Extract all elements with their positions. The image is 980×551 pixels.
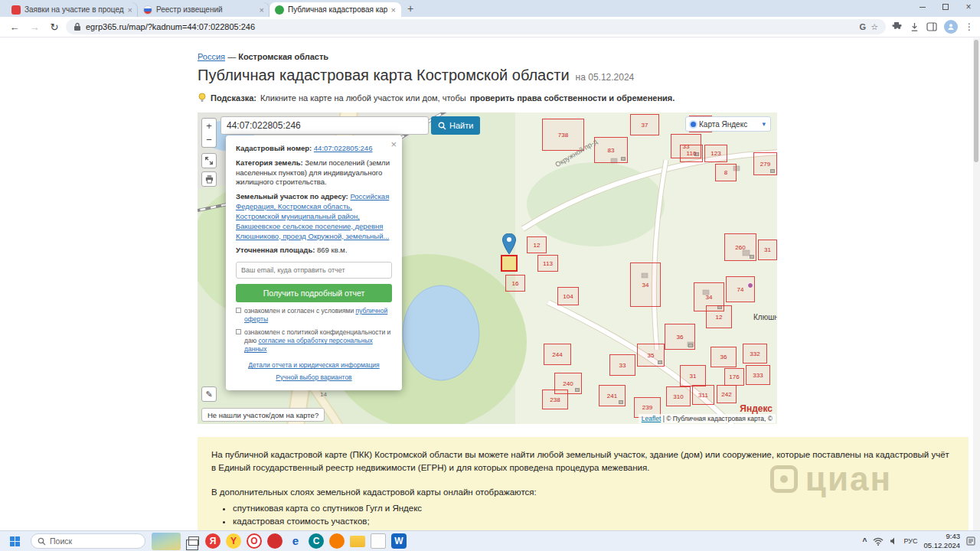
- close-icon[interactable]: ×: [128, 5, 132, 15]
- layer-select[interactable]: Карта Яндекс ▾: [685, 116, 771, 132]
- parcel-244[interactable]: 244: [544, 344, 571, 365]
- parcel-116[interactable]: 116: [680, 145, 703, 162]
- word-icon[interactable]: W: [391, 533, 407, 549]
- parcel-260[interactable]: 260: [724, 233, 756, 261]
- minimize-button[interactable]: [911, 0, 934, 14]
- explorer-folder-icon[interactable]: [350, 536, 365, 547]
- zoom-in-button[interactable]: +: [201, 118, 217, 133]
- kadnum-link[interactable]: 44:07:022805:246: [314, 144, 373, 152]
- parcel-8[interactable]: 8: [715, 164, 737, 181]
- opera-icon[interactable]: O: [247, 533, 262, 549]
- firefox-icon[interactable]: [329, 533, 345, 549]
- parcel-738[interactable]: 738: [542, 119, 584, 151]
- parcel-83[interactable]: 83: [594, 137, 628, 163]
- parcel-279[interactable]: 279: [753, 152, 777, 175]
- parcel-36[interactable]: 36: [710, 347, 737, 367]
- parcel-123[interactable]: 123: [704, 145, 727, 162]
- parcel-104[interactable]: 104: [557, 287, 579, 305]
- download-icon[interactable]: [910, 22, 920, 32]
- edge-icon[interactable]: e: [288, 533, 303, 549]
- parcel-238[interactable]: 238: [542, 390, 568, 409]
- parcel-12[interactable]: 12: [527, 236, 547, 253]
- task-view-icon[interactable]: [188, 536, 199, 546]
- email-field[interactable]: [236, 262, 392, 279]
- fullscreen-button[interactable]: [201, 153, 217, 168]
- taskbar-search[interactable]: Поиск: [31, 533, 145, 549]
- profile-avatar[interactable]: [944, 20, 958, 34]
- tray-expand-icon[interactable]: ^: [863, 537, 867, 546]
- parcel-35[interactable]: 35: [637, 344, 665, 367]
- parcel-311[interactable]: 311: [692, 385, 714, 405]
- notepad-icon[interactable]: [371, 533, 386, 549]
- back-button[interactable]: ←: [6, 18, 23, 35]
- offer-checkbox[interactable]: [236, 308, 241, 313]
- print-button[interactable]: [201, 171, 217, 187]
- close-icon[interactable]: ×: [260, 5, 264, 15]
- parcel-36[interactable]: 36: [665, 324, 695, 350]
- parcel-113[interactable]: 113: [537, 255, 558, 272]
- tab-title: Публичная кадастровая карта К...: [288, 5, 387, 14]
- manual-select-link[interactable]: Ручной выбор вариантов: [276, 373, 351, 381]
- start-button[interactable]: [5, 533, 24, 549]
- close-window-button[interactable]: ×: [957, 0, 980, 14]
- cadastral-search-input[interactable]: [220, 116, 429, 135]
- parcel-176[interactable]: 176: [724, 368, 744, 386]
- address-label: Земельный участок по адресу:: [236, 192, 348, 201]
- not-found-button[interactable]: Не нашли участок/дом на карте?: [201, 408, 325, 422]
- weather-widget[interactable]: [152, 533, 181, 550]
- report-details-link[interactable]: Детали отчета и юридическая информация: [248, 361, 379, 369]
- red-app-icon[interactable]: [267, 533, 283, 549]
- parcel-242[interactable]: 242: [717, 385, 737, 403]
- scrollbar-thumb[interactable]: [974, 40, 978, 162]
- extensions-puzzle-icon[interactable]: [892, 21, 903, 32]
- address-bar[interactable]: egrp365.ru/map/?kadnum=44:07:022805:246 …: [66, 19, 886, 34]
- time-text: 9:43: [923, 532, 960, 541]
- refresh-button[interactable]: ↻: [46, 18, 63, 35]
- parcel-31[interactable]: 31: [758, 240, 777, 260]
- clock[interactable]: 9:43 05.12.2024: [923, 532, 960, 550]
- yandex-browser-icon[interactable]: Я: [205, 533, 220, 549]
- volume-icon[interactable]: [890, 537, 897, 545]
- parcel-241[interactable]: 241: [599, 385, 626, 406]
- close-icon[interactable]: ×: [391, 5, 396, 15]
- selected-parcel[interactable]: [501, 255, 518, 272]
- translate-icon[interactable]: G: [860, 22, 867, 31]
- browser-menu-icon[interactable]: ⋮: [965, 21, 974, 32]
- zoom-out-button[interactable]: −: [201, 132, 217, 148]
- parcel-16[interactable]: 16: [505, 275, 525, 292]
- tab-cadastral-map[interactable]: Публичная кадастровая карта К... ×: [270, 2, 401, 17]
- side-panel-icon[interactable]: [926, 22, 937, 31]
- parcel-31[interactable]: 31: [680, 365, 706, 386]
- contour-app-icon[interactable]: C: [309, 533, 324, 549]
- get-report-button[interactable]: Получить подробный отчет: [236, 284, 392, 302]
- personal-data-link[interactable]: согласие на обработку персональных данны…: [244, 337, 373, 353]
- list-item: кадастровая стоимость участков;: [233, 515, 955, 528]
- page-scrollbar[interactable]: [973, 38, 980, 530]
- parcel-34[interactable]: 34: [630, 262, 661, 307]
- breadcrumb-country-link[interactable]: Россия: [198, 52, 225, 61]
- parcel-12[interactable]: 12: [706, 305, 732, 328]
- notification-icon[interactable]: [966, 536, 975, 546]
- parcel-37[interactable]: 37: [630, 114, 659, 135]
- parcel-74[interactable]: 74: [726, 276, 755, 302]
- maximize-button[interactable]: [934, 0, 957, 14]
- hint-line: Подсказка: Кликните на карте на любой уч…: [198, 93, 969, 103]
- tab-register[interactable]: Реестр извещений ×: [138, 2, 270, 17]
- cadastral-map[interactable]: 7383783331411612382792603134347412363533…: [198, 112, 777, 424]
- parcel-333[interactable]: 333: [746, 365, 770, 385]
- parcel-33[interactable]: 33: [609, 354, 635, 376]
- wifi-icon[interactable]: [873, 537, 884, 546]
- new-tab-button[interactable]: +: [401, 2, 420, 15]
- close-icon[interactable]: ×: [390, 138, 397, 152]
- parcel-332[interactable]: 332: [743, 344, 767, 364]
- measure-button[interactable]: ✎: [201, 386, 217, 402]
- leaflet-link[interactable]: Leaflet: [642, 415, 662, 422]
- search-button[interactable]: Найти: [431, 116, 480, 135]
- forward-button[interactable]: →: [26, 18, 43, 35]
- privacy-checkbox[interactable]: [236, 329, 241, 334]
- parcel-310[interactable]: 310: [666, 386, 691, 406]
- yandex-search-icon[interactable]: Y: [226, 533, 241, 549]
- tab-applications[interactable]: Заявки на участие в процедур... ×: [6, 2, 138, 17]
- language-indicator[interactable]: РУС: [903, 537, 917, 545]
- bookmark-star-icon[interactable]: ☆: [871, 22, 878, 32]
